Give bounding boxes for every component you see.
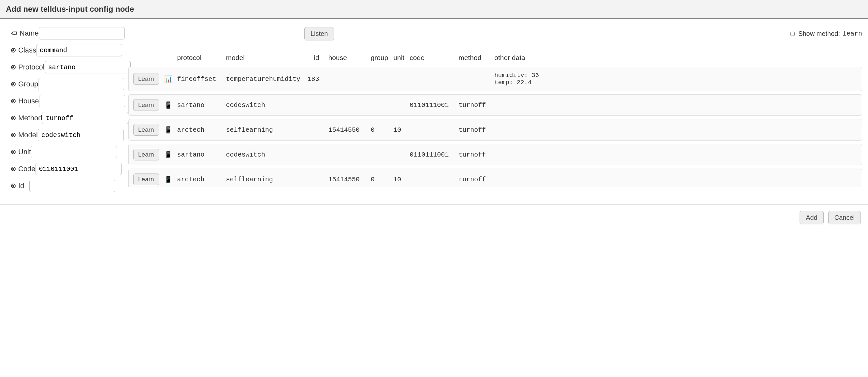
cell-group [368, 144, 391, 165]
input-unit[interactable] [31, 146, 117, 158]
show-method-checkbox[interactable] [790, 32, 795, 36]
cell-method: turnoff [456, 169, 492, 187]
table-row: Learn📊fineoffsettemperaturehumidity183hu… [128, 67, 862, 91]
add-button[interactable]: Add [800, 211, 824, 224]
learn-button[interactable]: Learn [133, 124, 159, 136]
input-protocol[interactable] [44, 61, 131, 74]
cell-id [305, 169, 326, 187]
input-group[interactable] [38, 78, 124, 90]
radio-icon [11, 133, 16, 137]
cell-group: 0 [368, 119, 391, 141]
input-house[interactable] [39, 95, 125, 107]
radio-icon [11, 183, 16, 188]
cell-type-icon: 📱 [162, 94, 175, 116]
radio-icon [11, 65, 16, 69]
show-method-label: Show method: [798, 30, 840, 37]
cell-house [326, 144, 368, 165]
th-other: other data [492, 51, 862, 64]
bar-chart-icon: 📊 [164, 75, 170, 83]
learn-button[interactable]: Learn [133, 174, 159, 185]
show-method-value: learn [843, 30, 862, 37]
label-text-group: Group [18, 80, 38, 88]
input-code[interactable] [35, 163, 122, 175]
cell-type-icon: 📱 [162, 169, 175, 187]
radio-icon [11, 116, 16, 120]
label-group: Group [11, 80, 38, 88]
input-name[interactable] [39, 27, 125, 39]
cell-method: turnoff [456, 119, 492, 141]
cell-other: humidity: 36 temp: 22.4 [492, 67, 862, 91]
table-row: Learn📱arctechselflearning15414550010turn… [128, 119, 862, 141]
cell-other [492, 169, 862, 187]
label-class: Class [11, 46, 36, 55]
signals-table: protocol model id house group unit code … [128, 47, 862, 187]
cell-house: 15414550 [326, 169, 368, 187]
dialog-title: Add new telldus-input config node [6, 5, 134, 13]
cell-type-icon: 📊 [162, 67, 175, 91]
cell-code: 0110111001 [407, 144, 456, 165]
form-row-group: Group [11, 78, 115, 90]
cell-house [326, 94, 368, 116]
label-method: Method [11, 114, 42, 122]
cancel-button[interactable]: Cancel [828, 211, 861, 224]
input-method[interactable] [42, 112, 128, 124]
cell-method [456, 67, 492, 91]
learn-button[interactable]: Learn [133, 73, 159, 85]
cell-type-icon: 📱 [162, 144, 175, 165]
cell-protocol: fineoffset [175, 67, 223, 91]
cell-group: 0 [368, 169, 391, 187]
cell-house: 15414550 [326, 119, 368, 141]
cell-other [492, 94, 862, 116]
form-row-model: Model [11, 129, 115, 141]
cell-id [305, 94, 326, 116]
form-row-name: 🏷Name [11, 27, 115, 39]
label-text-class: Class [18, 46, 36, 55]
label-text-method: Method [18, 114, 42, 122]
radio-icon [11, 82, 16, 86]
th-group: group [368, 51, 391, 64]
label-code: Code [11, 165, 35, 173]
label-text-code: Code [18, 165, 35, 173]
th-id: id [305, 51, 326, 64]
radio-icon [11, 99, 16, 104]
cell-other [492, 144, 862, 165]
signals-table-wrap[interactable]: protocol model id house group unit code … [128, 47, 862, 187]
input-class[interactable] [36, 44, 122, 56]
cell-id: 183 [305, 67, 326, 91]
cell-protocol: sartano [175, 94, 223, 116]
cell-unit [391, 67, 407, 91]
radio-icon [11, 167, 16, 171]
th-house: house [326, 51, 368, 64]
dialog-header: Add new telldus-input config node [0, 0, 868, 19]
label-text-id: Id [18, 182, 24, 190]
input-model[interactable] [38, 129, 124, 141]
cell-other [492, 119, 862, 141]
cell-model: selflearning [223, 169, 305, 187]
cell-unit: 10 [391, 119, 407, 141]
listen-button[interactable]: Listen [304, 27, 334, 40]
form-row-protocol: Protocol [11, 61, 115, 74]
device-icon: 📱 [164, 175, 170, 183]
device-icon: 📱 [164, 126, 170, 134]
listen-panel: Listen Show method: learn protocol model… [128, 27, 862, 197]
label-text-house: House [18, 97, 39, 105]
show-method-toggle[interactable]: Show method: learn [789, 30, 862, 37]
form-row-id: Id [11, 180, 115, 192]
cell-unit [391, 94, 407, 116]
label-protocol: Protocol [11, 63, 44, 71]
th-unit: unit [391, 51, 407, 64]
cell-protocol: sartano [175, 144, 223, 165]
device-icon: 📱 [164, 151, 170, 159]
label-text-unit: Unit [18, 148, 31, 156]
form-row-unit: Unit [11, 146, 115, 158]
form-row-class: Class [11, 44, 115, 56]
input-id[interactable] [29, 180, 115, 192]
learn-button[interactable]: Learn [133, 149, 159, 161]
cell-method: turnoff [456, 94, 492, 116]
label-unit: Unit [11, 148, 31, 156]
form-panel: 🏷NameClassProtocolGroupHouseMethodModelU… [11, 27, 115, 197]
learn-button[interactable]: Learn [133, 99, 159, 111]
cell-id [305, 119, 326, 141]
device-icon: 📱 [164, 101, 170, 109]
label-text-model: Model [18, 131, 38, 139]
